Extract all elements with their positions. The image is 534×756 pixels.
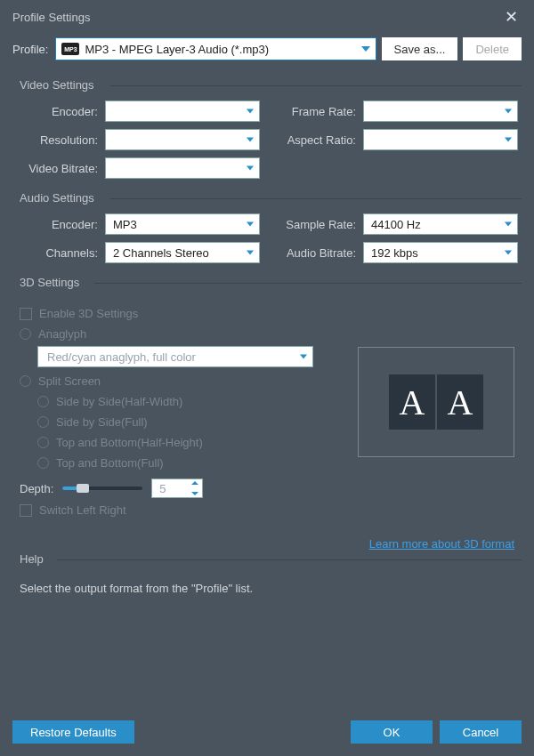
help-section-title: Help bbox=[12, 549, 522, 575]
samplerate-select[interactable]: 44100 Hz bbox=[363, 213, 518, 235]
audio-bitrate-select[interactable]: 192 kbps bbox=[363, 242, 518, 263]
profile-value: MP3 - MPEG Layer-3 Audio (*.mp3) bbox=[85, 43, 269, 56]
enable-3d-row: Enable 3D Settings bbox=[20, 303, 514, 324]
depth-slider[interactable] bbox=[62, 487, 142, 490]
video-section-title: Video Settings bbox=[12, 75, 522, 101]
aspect-label: Aspect Ratio: bbox=[274, 133, 363, 147]
split-label: Split Screen bbox=[38, 374, 101, 388]
preview-right-glyph: A bbox=[437, 374, 483, 430]
chevron-down-icon bbox=[247, 222, 254, 227]
chevron-down-icon bbox=[361, 46, 370, 52]
audio-encoder-label: Encoder: bbox=[16, 218, 105, 231]
aspect-select[interactable] bbox=[363, 129, 518, 150]
titlebar: Profile Settings ✕ bbox=[0, 0, 534, 30]
video-settings-section: Video Settings Encoder: Frame Rate: Reso… bbox=[0, 75, 534, 179]
switch-lr-checkbox[interactable] bbox=[20, 504, 32, 517]
3d-preview: A A bbox=[358, 347, 514, 457]
anaglyph-row: Anaglyph bbox=[20, 324, 514, 344]
cancel-button[interactable]: Cancel bbox=[440, 720, 522, 744]
split-radio[interactable] bbox=[20, 375, 31, 387]
chevron-down-icon bbox=[247, 138, 254, 142]
chevron-down-icon bbox=[505, 222, 512, 227]
ok-button[interactable]: OK bbox=[351, 720, 433, 744]
sbs-half-label: Side by Side(Half-Width) bbox=[56, 395, 182, 408]
3d-section-title: 3D Settings bbox=[12, 272, 522, 298]
mp3-icon: MP3 bbox=[61, 43, 79, 55]
framerate-label: Frame Rate: bbox=[274, 105, 363, 118]
slider-thumb-icon[interactable] bbox=[77, 484, 89, 493]
enable-3d-label: Enable 3D Settings bbox=[39, 307, 138, 320]
framerate-select[interactable] bbox=[363, 101, 518, 122]
chevron-down-icon bbox=[505, 109, 512, 114]
audio-encoder-select[interactable]: MP3 bbox=[105, 213, 260, 235]
anaglyph-radio[interactable] bbox=[20, 328, 31, 340]
resolution-select[interactable] bbox=[105, 129, 260, 150]
channels-select[interactable]: 2 Channels Stereo bbox=[105, 242, 260, 263]
footer: Restore Defaults OK Cancel bbox=[0, 720, 534, 744]
profile-label: Profile: bbox=[12, 43, 48, 56]
samplerate-label: Sample Rate: bbox=[274, 218, 363, 231]
sbs-full-radio[interactable] bbox=[37, 416, 49, 428]
chevron-down-icon bbox=[247, 109, 254, 114]
spin-up-icon[interactable] bbox=[191, 481, 198, 485]
depth-row: Depth: 5 bbox=[20, 473, 514, 500]
enable-3d-checkbox[interactable] bbox=[20, 308, 32, 320]
restore-defaults-button[interactable]: Restore Defaults bbox=[12, 720, 134, 744]
help-text: Select the output format from the "Profi… bbox=[12, 575, 522, 602]
save-as-button[interactable]: Save as... bbox=[382, 37, 458, 60]
tab-half-label: Top and Bottom(Half-Height) bbox=[56, 436, 203, 449]
close-icon[interactable]: ✕ bbox=[501, 7, 522, 27]
chevron-down-icon bbox=[300, 355, 307, 359]
chevron-down-icon bbox=[505, 251, 512, 255]
chevron-down-icon bbox=[247, 251, 254, 255]
anaglyph-label: Anaglyph bbox=[38, 327, 86, 341]
resolution-label: Resolution: bbox=[16, 133, 105, 147]
delete-button: Delete bbox=[463, 37, 522, 60]
video-bitrate-label: Video Bitrate: bbox=[16, 162, 105, 175]
help-section: Help Select the output format from the "… bbox=[0, 549, 534, 602]
depth-spinner[interactable]: 5 bbox=[151, 479, 203, 498]
anaglyph-select[interactable]: Red/cyan anaglyph, full color bbox=[37, 346, 313, 367]
audio-settings-section: Audio Settings Encoder: MP3 Sample Rate:… bbox=[0, 188, 534, 263]
switch-lr-label: Switch Left Right bbox=[39, 503, 126, 517]
sbs-half-radio[interactable] bbox=[37, 396, 49, 407]
spin-down-icon[interactable] bbox=[191, 492, 198, 495]
video-encoder-label: Encoder: bbox=[16, 105, 105, 118]
preview-left-glyph: A bbox=[389, 374, 435, 430]
tab-full-radio[interactable] bbox=[37, 457, 49, 469]
tab-half-radio[interactable] bbox=[37, 437, 49, 448]
profile-row: Profile: MP3 MP3 - MPEG Layer-3 Audio (*… bbox=[0, 30, 534, 75]
audio-section-title: Audio Settings bbox=[12, 188, 522, 213]
sbs-full-label: Side by Side(Full) bbox=[56, 415, 148, 429]
channels-label: Channels: bbox=[16, 246, 105, 260]
window-title: Profile Settings bbox=[12, 11, 90, 24]
video-encoder-select[interactable] bbox=[105, 101, 260, 122]
chevron-down-icon bbox=[247, 166, 254, 171]
chevron-down-icon bbox=[505, 138, 512, 142]
switch-lr-row: Switch Left Right bbox=[20, 500, 514, 520]
video-bitrate-select[interactable] bbox=[105, 157, 260, 179]
audio-bitrate-label: Audio Bitrate: bbox=[274, 246, 363, 260]
profile-select[interactable]: MP3 MP3 - MPEG Layer-3 Audio (*.mp3) bbox=[55, 37, 376, 60]
tab-full-label: Top and Bottom(Full) bbox=[56, 456, 164, 470]
depth-label: Depth: bbox=[20, 482, 53, 495]
